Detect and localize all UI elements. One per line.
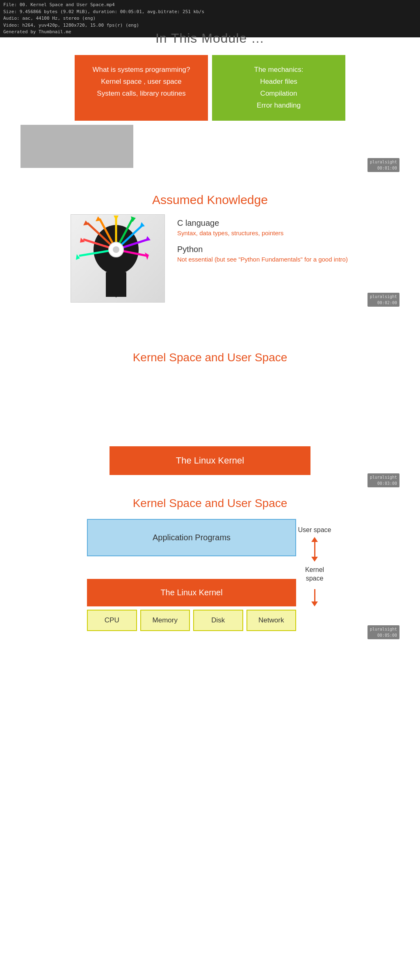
slide1-title: In This Module …	[155, 31, 265, 46]
slide3-content-area	[21, 376, 399, 446]
bidirectional-arrow	[311, 537, 318, 562]
svg-marker-11	[140, 222, 145, 227]
slide1-timestamp-badge: pluralsight 00:01:00	[368, 158, 399, 172]
green-card-line1: The mechanics:	[219, 64, 338, 76]
orange-card-line2: Kernel space , user space	[82, 76, 201, 88]
orange-card-line1: What is systems programming?	[82, 64, 201, 76]
arrow-shaft-down	[314, 549, 315, 557]
brain-image	[71, 214, 165, 303]
slide4-timestamp-badge: pluralsight 00:05:00	[368, 625, 399, 639]
component-network: Network	[247, 610, 297, 631]
slide4-title: Kernel Space and User Space	[133, 497, 288, 510]
svg-point-21	[113, 246, 119, 253]
clang-detail: Syntax, data types, structures, pointers	[177, 230, 349, 236]
user-space-label: User space	[298, 526, 331, 535]
app-programs-box: Application Programs	[87, 519, 296, 556]
file-info-line1: File: 00. Kernel Space and User Space.mp…	[3, 2, 417, 9]
slide-2-container: Assumed Knowledge	[21, 193, 399, 303]
brain-svg	[71, 215, 161, 301]
slide3-title: Kernel Space and User Space	[133, 351, 288, 364]
python-title: Python	[177, 245, 349, 254]
green-card-line3: Compilation	[219, 88, 338, 100]
arrow-head-down	[311, 557, 318, 562]
kernel-space-label: Kernel space	[296, 566, 333, 583]
arrow-head-up	[311, 537, 318, 542]
bottom-arrow	[311, 589, 318, 606]
gray-image-placeholder	[21, 125, 133, 168]
components-row: CPU Memory Disk Network	[87, 610, 296, 631]
green-card-line4: Error handling	[219, 100, 338, 112]
clang-title: C language	[177, 218, 349, 228]
assumed-text-block: C language Syntax, data types, structure…	[177, 214, 349, 263]
component-cpu: CPU	[87, 610, 137, 631]
svg-marker-13	[146, 236, 151, 241]
slide-1-container: In This Module … What is systems program…	[21, 27, 399, 168]
bottom-arrow-head	[311, 601, 318, 606]
diagram-gap	[87, 556, 296, 579]
component-disk: Disk	[193, 610, 243, 631]
file-info-line2: Size: 9.456866 bytes (9.02 MiB), duratio…	[3, 9, 417, 16]
diagram-wrapper: Application Programs The Linux Kernel CP…	[87, 519, 333, 631]
orange-card-line3: System calls, library routines	[82, 88, 201, 100]
slide2-timestamp-badge: pluralsight 00:02:00	[368, 293, 399, 307]
svg-marker-7	[114, 216, 119, 220]
diagram-left: Application Programs The Linux Kernel CP…	[87, 519, 296, 631]
python-detail: Not essential (but see "Python Fundament…	[177, 256, 349, 263]
card-mechanics: The mechanics: Header files Compilation …	[212, 55, 345, 121]
slide2-title: Assumed Knowledge	[152, 193, 268, 207]
slide-3-container: Kernel Space and User Space The Linux Ke…	[21, 351, 399, 475]
file-info-line3: Audio: aac, 44100 Hz, stereo (eng)	[3, 15, 417, 22]
green-card-line2: Header files	[219, 76, 338, 88]
component-memory: Memory	[140, 610, 190, 631]
slide3-linux-kernel-bar: The Linux Kernel	[110, 446, 310, 475]
bottom-arrow-shaft	[314, 589, 315, 601]
slide4-linux-kernel-bar: The Linux Kernel	[87, 579, 296, 606]
diagram-right: User space Kernel space	[296, 519, 333, 606]
arrow-shaft-up	[314, 542, 315, 549]
slide-4-container: Kernel Space and User Space Application …	[21, 497, 399, 631]
card-systems-programming: What is systems programming? Kernel spac…	[75, 55, 208, 121]
slide3-timestamp-badge: pluralsight 00:03:00	[368, 473, 399, 487]
